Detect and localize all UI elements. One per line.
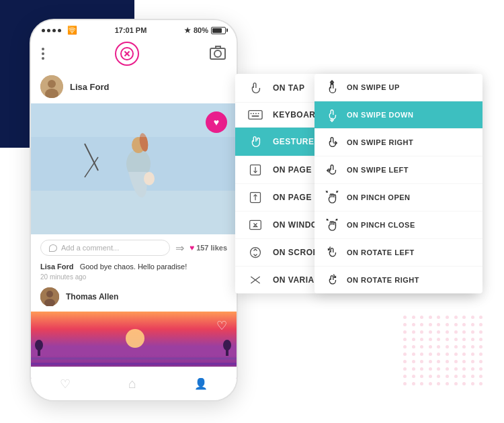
pinch-open-icon — [324, 190, 340, 205]
svg-point-1 — [48, 80, 56, 88]
sub-item-pinch-close[interactable]: ON PINCH CLOSE — [314, 211, 482, 239]
wifi-icon: 🛜 — [67, 26, 77, 35]
swipe-up-label: ON SWIPE UP — [347, 83, 400, 91]
nav-profile-icon[interactable]: 👤 — [194, 377, 208, 390]
svg-point-10 — [144, 172, 155, 185]
battery-percent: 80% — [194, 26, 208, 34]
logo-inner — [120, 47, 134, 60]
keyboard-icon — [246, 109, 265, 120]
comment-user-row: Thomas Allen — [31, 285, 237, 312]
phone-mockup: 🛜 17:01 PM ★ 80% — [30, 19, 238, 402]
share-icon[interactable]: ⇒ — [175, 242, 184, 254]
decorative-dots — [396, 309, 491, 403]
caption-username: Lisa Ford — [40, 263, 74, 271]
tap-icon — [246, 81, 265, 95]
window-icon — [246, 218, 265, 232]
like-button-overlay[interactable]: ♥ — [206, 111, 227, 133]
post2-heart[interactable]: ♡ — [216, 318, 227, 333]
rotate-left-label: ON ROTATE LEFT — [347, 248, 415, 256]
pinch-close-label: ON PINCH CLOSE — [347, 221, 415, 229]
rotate-left-icon — [324, 245, 340, 260]
comment-input[interactable]: Add a comment... — [40, 240, 170, 256]
menu-dot-2 — [42, 52, 44, 55]
avatar-image — [40, 75, 63, 98]
swipe-down-label: ON SWIPE DOWN — [347, 111, 413, 119]
svg-point-13 — [46, 291, 53, 297]
bluetooth-icon: ★ — [184, 26, 191, 35]
scroll-icon — [246, 246, 265, 259]
post-time: 20 minutes ago — [31, 272, 237, 285]
gesture-icon — [246, 134, 265, 149]
app-logo[interactable] — [115, 42, 139, 66]
post-user-row: Lisa Ford — [31, 71, 237, 103]
svg-rect-4 — [31, 191, 237, 234]
nav-heart-icon[interactable]: ♡ — [60, 377, 71, 391]
comment-username: Thomas Allen — [66, 292, 118, 301]
bottom-navigation: ♡ ⌂ 👤 — [31, 367, 237, 400]
likes-heart: ♥ — [190, 243, 194, 252]
post-caption: Lisa Ford Good bye chaos. Hello paradise… — [31, 261, 237, 272]
signal-dot-4 — [58, 29, 61, 32]
app-header — [31, 38, 237, 71]
comment-avatar — [40, 287, 59, 306]
gesture-sub-dropdown: ON SWIPE UP ON SWIPE DOWN ON SWIPE RIGHT — [314, 74, 482, 293]
signal-area: 🛜 — [42, 26, 77, 35]
sub-item-pinch-open[interactable]: ON PINCH OPEN — [314, 184, 482, 211]
rotate-right-label: ON ROTATE RIGHT — [347, 276, 419, 284]
post-actions: Add a comment... ⇒ ♥ 157 likes — [31, 234, 237, 261]
rotate-right-icon — [324, 273, 340, 287]
heart-icon: ♥ — [214, 117, 219, 128]
post-username: Lisa Ford — [70, 82, 110, 92]
sub-item-swipe-left[interactable]: ON SWIPE LEFT — [314, 156, 482, 184]
swipe-down-icon — [324, 107, 340, 122]
svg-point-25 — [223, 340, 231, 350]
battery-area: ★ 80% — [184, 26, 226, 35]
nav-home-icon[interactable]: ⌂ — [128, 376, 136, 391]
camera-icon[interactable] — [210, 48, 226, 60]
sub-item-rotate-right[interactable]: ON ROTATE RIGHT — [314, 267, 482, 293]
avatar — [40, 75, 63, 98]
swipe-left-label: ON SWIPE LEFT — [347, 166, 409, 174]
signal-dot-1 — [42, 29, 45, 32]
comment-bubble-icon — [49, 244, 57, 252]
comment-avatar-image — [40, 287, 59, 306]
swipe-up-icon — [324, 80, 340, 95]
svg-point-23 — [35, 340, 43, 350]
status-bar: 🛜 17:01 PM ★ 80% — [31, 20, 237, 38]
menu-dot-1 — [42, 48, 44, 50]
status-time: 17:01 PM — [115, 26, 147, 34]
sub-item-swipe-up[interactable]: ON SWIPE UP — [314, 74, 482, 101]
variable-icon — [246, 273, 265, 287]
caption-text: Good bye chaos. Hello paradise! — [80, 263, 187, 271]
swipe-left-icon — [324, 162, 340, 177]
menu-dot-3 — [42, 57, 44, 60]
svg-point-17 — [126, 329, 144, 348]
battery-fill — [212, 28, 222, 33]
page-unload-icon — [246, 191, 265, 204]
sub-item-swipe-down[interactable]: ON SWIPE DOWN — [314, 101, 482, 129]
page-load-icon — [246, 163, 265, 177]
signal-dot-3 — [52, 29, 56, 32]
menu-button[interactable] — [42, 48, 44, 60]
swipe-right-icon — [324, 135, 340, 150]
sub-item-rotate-left[interactable]: ON ROTATE LEFT — [314, 239, 482, 267]
swipe-right-label: ON SWIPE RIGHT — [347, 138, 413, 146]
pinch-open-label: ON PINCH OPEN — [347, 193, 411, 201]
sub-item-swipe-right[interactable]: ON SWIPE RIGHT — [314, 129, 482, 156]
gesture-label: GESTURE — [273, 137, 314, 146]
pinch-close-icon — [324, 218, 340, 232]
battery-icon — [211, 27, 226, 34]
on-tap-label: ON TAP — [273, 83, 304, 93]
likes-count: 157 likes — [196, 244, 227, 252]
comment-placeholder: Add a comment... — [61, 244, 119, 252]
likes-row: ♥ 157 likes — [190, 243, 227, 252]
post-image-1: ♥ — [31, 103, 237, 234]
signal-dot-2 — [47, 29, 50, 32]
svg-rect-26 — [249, 111, 262, 120]
